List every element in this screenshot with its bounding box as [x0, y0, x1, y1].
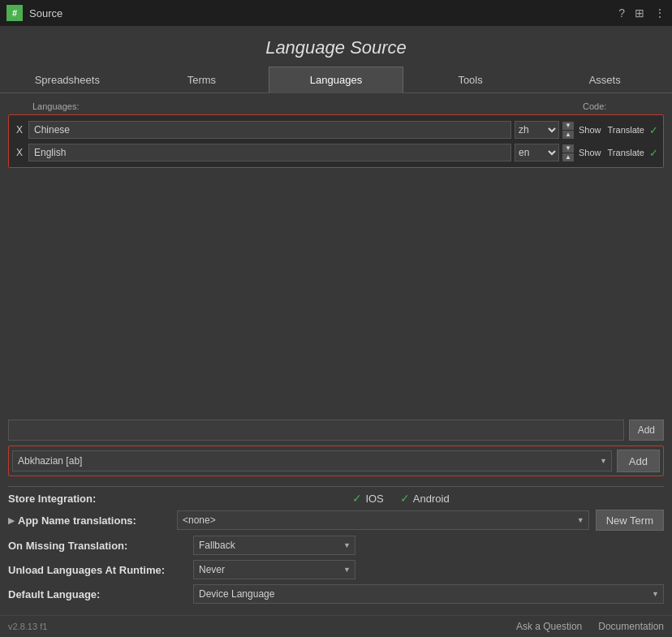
remove-chinese-button[interactable]: X — [14, 124, 25, 136]
english-show-button[interactable]: Show — [577, 148, 603, 157]
version-label: v2.8.13 f1 — [8, 622, 47, 631]
triangle-icon: ▶ — [8, 516, 15, 525]
ios-label: IOS — [365, 493, 383, 505]
default-language-select[interactable]: Device Language Chinese English — [193, 584, 664, 604]
add-language-select-wrapper: Abkhazian [ab] Afar [aa] Afrikaans [af] … — [12, 450, 612, 471]
unload-languages-select[interactable]: Never Always On Demand — [193, 560, 355, 579]
menu-icon[interactable]: ⋮ — [654, 6, 666, 19]
tab-assets[interactable]: Assets — [537, 67, 672, 93]
store-integration-label: Store Integration: — [8, 493, 138, 505]
english-move-down-button[interactable]: ▼ — [562, 144, 574, 153]
chinese-move-up-button[interactable]: ▲ — [562, 131, 574, 139]
language-search-input[interactable] — [8, 420, 624, 441]
chinese-move-down-button[interactable]: ▼ — [562, 122, 574, 130]
chinese-translate-button[interactable]: Translate — [606, 125, 646, 135]
content-area: Languages: Code: X zh zh-TW ▼ ▲ Show Tra… — [0, 93, 672, 615]
main-panel: Language Source Spreadsheets Terms Langu… — [0, 26, 672, 637]
footer: v2.8.13 f1 Ask a Question Documentation — [0, 615, 672, 637]
default-language-select-wrapper: Device Language Chinese English — [193, 584, 664, 604]
on-missing-translation-row: On Missing Translation: Fallback Empty S… — [8, 536, 664, 555]
english-check-icon: ✓ — [649, 147, 658, 159]
android-check-item: ✓ Android — [400, 492, 450, 505]
title-bar-title: Source — [29, 7, 62, 19]
add-language-button[interactable]: Add — [617, 450, 660, 472]
layout-icon[interactable]: ⊞ — [635, 6, 644, 19]
on-missing-translation-label: On Missing Translation: — [8, 540, 187, 552]
language-list-box: X zh zh-TW ▼ ▲ Show Translate ✓ X — [8, 114, 664, 168]
app-name-select[interactable]: <none> — [177, 510, 589, 530]
language-search-bar: Add — [8, 420, 664, 441]
tab-languages[interactable]: Languages — [269, 67, 403, 93]
panel-title: Language Source — [0, 26, 672, 67]
lang-list-header: Languages: Code: — [8, 100, 664, 114]
english-name-input[interactable] — [28, 144, 511, 161]
remove-english-button[interactable]: X — [14, 147, 25, 158]
unload-languages-label: Unload Languages At Runtime: — [8, 564, 187, 576]
documentation-link[interactable]: Documentation — [598, 621, 664, 632]
code-column-header: Code: — [583, 101, 664, 111]
ios-check-icon: ✓ — [352, 492, 362, 505]
ask-question-link[interactable]: Ask a Question — [516, 621, 582, 632]
chinese-show-button[interactable]: Show — [577, 125, 603, 135]
chinese-arrows: ▼ ▲ — [562, 122, 574, 139]
app-name-label: ▶ App Name translations: — [8, 514, 170, 527]
ios-check-item: ✓ IOS — [352, 492, 383, 505]
store-checks: ✓ IOS ✓ Android — [138, 492, 664, 505]
title-bar: # Source ? ⊞ ⋮ — [0, 0, 672, 26]
default-language-row: Default Language: Device Language Chines… — [8, 584, 664, 604]
tab-terms[interactable]: Terms — [135, 67, 269, 93]
empty-area — [8, 171, 664, 420]
add-language-select[interactable]: Abkhazian [ab] Afar [aa] Afrikaans [af] … — [12, 450, 612, 471]
unity-icon: # — [6, 5, 23, 21]
help-icon[interactable]: ? — [618, 6, 625, 19]
language-row-english: X en ▼ ▲ Show Translate ✓ — [11, 141, 661, 164]
chinese-check-icon: ✓ — [649, 124, 658, 136]
on-missing-translation-select-wrapper: Fallback Empty Show Warning — [193, 536, 355, 555]
store-integration-row: Store Integration: ✓ IOS ✓ Android — [8, 492, 664, 505]
app-name-row: ▶ App Name translations: <none> New Term — [8, 510, 664, 531]
app-name-select-wrapper: <none> — [177, 510, 589, 530]
english-move-up-button[interactable]: ▲ — [562, 153, 574, 161]
title-bar-actions: ? ⊞ ⋮ — [618, 6, 666, 19]
tab-bar: Spreadsheets Terms Languages Tools Asset… — [0, 67, 672, 93]
on-missing-translation-select[interactable]: Fallback Empty Show Warning — [193, 536, 355, 555]
english-translate-button[interactable]: Translate — [606, 148, 646, 157]
unload-languages-select-wrapper: Never Always On Demand — [193, 560, 355, 579]
english-code-select[interactable]: en — [515, 144, 559, 161]
android-check-icon: ✓ — [400, 492, 410, 505]
language-row-chinese: X zh zh-TW ▼ ▲ Show Translate ✓ — [11, 118, 661, 141]
divider-1 — [8, 486, 664, 487]
footer-links: Ask a Question Documentation — [516, 621, 664, 632]
chinese-code-select[interactable]: zh zh-TW — [515, 121, 559, 139]
default-language-label: Default Language: — [8, 588, 187, 600]
unload-languages-row: Unload Languages At Runtime: Never Alway… — [8, 560, 664, 579]
english-arrows: ▼ ▲ — [562, 144, 574, 161]
new-term-button[interactable]: New Term — [596, 510, 664, 531]
languages-column-header: Languages: — [32, 101, 579, 111]
chinese-name-input[interactable] — [28, 121, 511, 139]
tab-tools[interactable]: Tools — [403, 67, 538, 93]
search-add-button[interactable]: Add — [629, 420, 664, 441]
tab-spreadsheets[interactable]: Spreadsheets — [0, 67, 135, 93]
add-language-row: Abkhazian [ab] Afar [aa] Afrikaans [af] … — [8, 445, 664, 476]
android-label: Android — [413, 493, 450, 505]
